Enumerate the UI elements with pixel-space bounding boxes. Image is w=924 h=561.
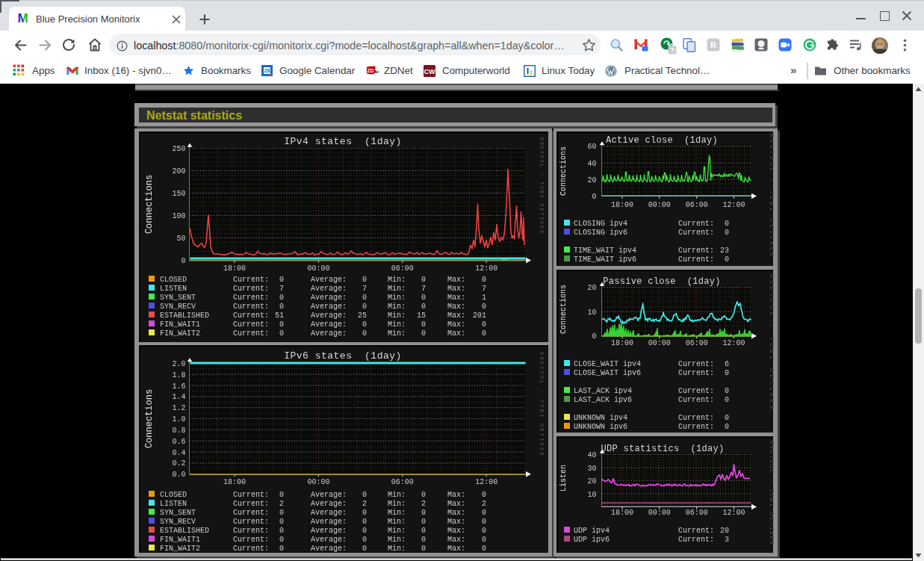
svg-text:1.4: 1.4 [172, 393, 185, 401]
svg-text:Max:: Max: [447, 491, 465, 499]
svg-text:0: 0 [421, 276, 426, 284]
svg-text:2: 2 [279, 500, 284, 508]
svg-text:Current:: Current: [678, 536, 714, 544]
svg-text:Current:: Current: [233, 500, 269, 508]
svg-text:CLOSED: CLOSED [160, 276, 187, 284]
svg-text:Current:: Current: [233, 285, 269, 293]
svg-text:0: 0 [482, 536, 486, 544]
svg-text:Min:: Min: [388, 320, 406, 329]
svg-text:RRDTOOL / TOBI OETIKER: RRDTOOL / TOBI OETIKER [769, 134, 775, 258]
svg-text:0: 0 [725, 229, 729, 237]
svg-text:Current:: Current: [678, 255, 714, 264]
svg-text:20: 20 [720, 527, 729, 535]
svg-text:LAST_ACK ipv4: LAST_ACK ipv4 [574, 387, 632, 395]
svg-text:Min:: Min: [388, 312, 406, 320]
svg-text:Average:: Average: [311, 294, 347, 302]
svg-text:Max:: Max: [447, 312, 465, 320]
svg-text:0: 0 [725, 423, 729, 431]
svg-text:0.2: 0.2 [172, 459, 185, 468]
svg-text:TIME_WAIT ipv4: TIME_WAIT ipv4 [574, 247, 636, 255]
svg-text:LISTEN: LISTEN [160, 285, 187, 293]
svg-text:Current:: Current: [678, 396, 714, 404]
svg-text:Average:: Average: [311, 500, 347, 508]
svg-text:CLOSE_WAIT ipv4: CLOSE_WAIT ipv4 [574, 360, 641, 368]
svg-text:0: 0 [279, 276, 284, 284]
svg-text:RRDTOOL / TOBI OETIKER: RRDTOOL / TOBI OETIKER [769, 274, 775, 412]
svg-text:Average:: Average: [311, 545, 347, 553]
svg-text:0: 0 [421, 294, 426, 302]
svg-text:UNKNOWN ipv6: UNKNOWN ipv6 [574, 423, 627, 431]
svg-text:Max:: Max: [447, 509, 465, 517]
svg-text:Average:: Average: [311, 518, 347, 526]
svg-text:0: 0 [421, 491, 426, 499]
svg-text:Max:: Max: [447, 536, 465, 544]
svg-text:Min:: Min: [388, 329, 406, 338]
svg-text:10: 10 [587, 491, 596, 499]
svg-text:Average:: Average: [311, 312, 347, 320]
svg-text:0: 0 [279, 509, 284, 517]
svg-text:30: 30 [587, 465, 596, 473]
svg-text:0: 0 [181, 257, 185, 265]
svg-text:Average:: Average: [311, 329, 347, 338]
svg-text:UDP ipv4: UDP ipv4 [574, 527, 610, 535]
svg-text:06:00: 06:00 [686, 339, 708, 347]
svg-text:12:00: 12:00 [475, 478, 497, 486]
svg-text:0: 0 [362, 276, 367, 284]
svg-text:0: 0 [421, 303, 426, 311]
svg-text:Current:: Current: [233, 536, 269, 544]
svg-text:LISTEN: LISTEN [160, 500, 187, 508]
svg-text:60: 60 [587, 143, 596, 151]
svg-text:0: 0 [279, 294, 284, 302]
svg-text:RRDTOOL / TOBI OETIKER: RRDTOOL / TOBI OETIKER [539, 137, 545, 235]
svg-text:Max:: Max: [447, 285, 465, 293]
svg-text:20: 20 [587, 284, 596, 292]
svg-text:Active close (1day): Active close (1day) [606, 135, 718, 146]
svg-text:FIN_WAIT1: FIN_WAIT1 [160, 536, 200, 544]
svg-text:7: 7 [482, 285, 486, 293]
svg-text:10: 10 [587, 309, 596, 317]
svg-text:0.8: 0.8 [172, 427, 185, 435]
svg-text:0: 0 [279, 329, 284, 338]
svg-text:SYN_SENT: SYN_SENT [160, 294, 196, 302]
svg-text:Max:: Max: [447, 527, 465, 535]
svg-text:Current:: Current: [233, 320, 269, 329]
svg-text:150: 150 [172, 190, 185, 198]
svg-text:IPv6 states (1day): IPv6 states (1day) [284, 350, 402, 362]
svg-text:Connections: Connections [559, 146, 568, 196]
svg-text:0: 0 [421, 329, 426, 338]
svg-text:0: 0 [592, 332, 596, 341]
svg-text:0: 0 [482, 545, 486, 553]
svg-text:12:00: 12:00 [722, 509, 745, 517]
svg-text:Max:: Max: [447, 329, 465, 338]
svg-text:0: 0 [725, 220, 729, 228]
svg-text:UDP ipv6: UDP ipv6 [574, 536, 610, 544]
svg-text:Current:: Current: [233, 329, 269, 338]
svg-text:Average:: Average: [311, 320, 347, 329]
svg-text:12:00: 12:00 [475, 264, 497, 273]
svg-text:SYN_RECV: SYN_RECV [160, 518, 196, 526]
svg-text:0: 0 [725, 255, 729, 264]
svg-text:Min:: Min: [388, 509, 406, 517]
svg-text:Current:: Current: [233, 491, 269, 499]
svg-text:0: 0 [279, 536, 284, 544]
svg-text:Current:: Current: [678, 369, 714, 377]
svg-text:ESTABLISHED: ESTABLISHED [160, 312, 209, 320]
svg-text:0: 0 [362, 536, 367, 544]
svg-text:RRDTOOL / TOBI OETIKER: RRDTOOL / TOBI OETIKER [539, 352, 545, 457]
svg-text:2: 2 [362, 500, 367, 508]
svg-text:Min:: Min: [388, 536, 406, 544]
svg-text:UDP statistics (1day): UDP statistics (1day) [601, 444, 724, 454]
svg-text:0.6: 0.6 [172, 438, 185, 446]
svg-text:1.6: 1.6 [172, 382, 185, 391]
svg-text:0: 0 [279, 303, 284, 311]
svg-text:40: 40 [587, 451, 596, 459]
svg-text:FIN_WAIT2: FIN_WAIT2 [160, 545, 200, 553]
svg-text:3: 3 [725, 536, 729, 544]
svg-text:Current:: Current: [233, 518, 269, 526]
svg-text:FIN_WAIT2: FIN_WAIT2 [160, 329, 200, 338]
svg-text:0: 0 [482, 509, 486, 517]
svg-text:12:00: 12:00 [722, 339, 745, 347]
svg-text:18:00: 18:00 [611, 201, 633, 209]
svg-text:Min:: Min: [388, 294, 406, 302]
svg-text:0: 0 [421, 518, 426, 526]
